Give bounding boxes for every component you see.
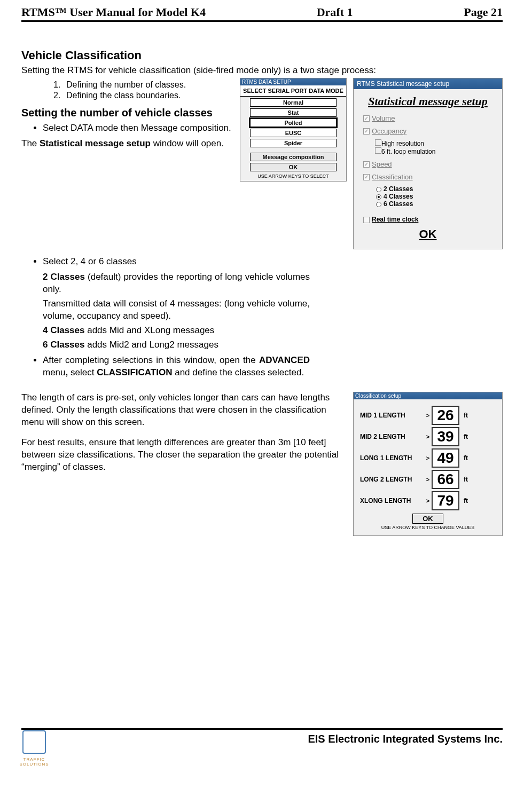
- option-stat[interactable]: Stat: [250, 108, 337, 117]
- tg: and define the classes selected.: [172, 367, 304, 377]
- dialog2-title: Statistical message setup: [363, 94, 492, 108]
- ta: After completing selections in this wind…: [43, 355, 259, 365]
- g4: >: [424, 498, 432, 504]
- tc6b: adds Mid2 and Long2 messages: [84, 340, 218, 350]
- lbl-rtc: Real time clock: [372, 216, 418, 223]
- u2: ft: [459, 454, 472, 462]
- dialog2-titlebar: RTMS Statistical message setup: [354, 78, 502, 89]
- check-rtc[interactable]: Real time clock: [363, 215, 492, 223]
- n0: MID 1 LENGTH: [360, 412, 424, 419]
- lbl-speed: Speed: [372, 160, 392, 168]
- dialog3-titlebar: Classification setup: [354, 392, 502, 399]
- dialog1-footer: USE ARROW KEYS TO SELECT: [240, 172, 346, 181]
- dialog1-header: SELECT SERIAL PORT DATA MODE: [240, 85, 346, 97]
- step-1-text: Defining the number of classes.: [66, 80, 186, 89]
- n4: XLONG LENGTH: [360, 497, 424, 504]
- button-ok-dlg1[interactable]: OK: [250, 163, 337, 171]
- step-2-text: Defining the class boundaries.: [66, 91, 181, 100]
- stat-window-sentence: The Statistical message setup window wil…: [21, 138, 233, 150]
- dialog1-titlebar: RTMS DATA SETUP: [240, 78, 346, 85]
- g0: >: [424, 412, 432, 419]
- tc4b: adds Mid and XLong messages: [84, 325, 214, 335]
- check-loop[interactable]: 6 ft. loop emulation: [375, 147, 492, 155]
- tc: menu: [43, 367, 66, 377]
- best-results-text: For best results, ensure that length dif…: [21, 437, 347, 474]
- option-normal[interactable]: Normal: [250, 98, 337, 107]
- tc6a: 6 Classes: [43, 340, 84, 350]
- row-mid2: MID 2 LENGTH > 39 ft: [360, 427, 496, 446]
- val-long2[interactable]: 66: [432, 470, 459, 489]
- bullet-select-data-mode: Select DATA mode then Message compositio…: [43, 122, 233, 135]
- row-mid1: MID 1 LENGTH > 26 ft: [360, 406, 496, 425]
- option-eusc[interactable]: EUSC: [250, 129, 337, 137]
- heading-vehicle-classification: Vehicle Classification: [21, 49, 503, 62]
- button-message-composition[interactable]: Message composition: [250, 153, 337, 161]
- n2: LONG 1 LENGTH: [360, 454, 424, 462]
- val-mid2[interactable]: 39: [432, 427, 459, 446]
- g1: >: [424, 433, 432, 440]
- lbl-2c: 2 Classes: [384, 185, 413, 193]
- option-spider[interactable]: Spider: [250, 139, 337, 147]
- val-mid1[interactable]: 26: [432, 406, 459, 425]
- radio-6classes[interactable]: 6 Classes: [376, 200, 492, 208]
- row-long2: LONG 2 LENGTH > 66 ft: [360, 470, 496, 489]
- footer-logo: TRAFFIC SOLUTIONS: [18, 730, 50, 767]
- check-volume[interactable]: ✓Volume: [363, 114, 492, 122]
- check-classification[interactable]: ✓Classification: [363, 172, 492, 181]
- check-speed[interactable]: ✓Speed: [363, 160, 492, 168]
- header-right: Page 21: [464, 5, 503, 19]
- lbl-classification: Classification: [372, 173, 413, 181]
- tf: CLASSIFICATION: [97, 367, 172, 377]
- step-2: 2.Defining the class boundaries.: [53, 91, 233, 100]
- check-occupancy[interactable]: ✓Occupancy: [363, 127, 492, 135]
- val-long1[interactable]: 49: [432, 448, 459, 468]
- u0: ft: [459, 412, 472, 419]
- twoclass-text: 2 Classes (default) provides the reporti…: [43, 271, 310, 296]
- lbl-4c: 4 Classes: [384, 193, 413, 200]
- bullet-advanced: After completing selections in this wind…: [43, 354, 310, 379]
- dialog3-footer: USE ARROW KEYS TO CHANGE VALUES: [360, 525, 496, 530]
- heading-setting-classes: Setting the number of vehicle classes: [21, 107, 233, 119]
- n1: MID 2 LENGTH: [360, 433, 424, 440]
- button-ok-dlg2[interactable]: OK: [363, 227, 492, 241]
- footer-company: EIS Electronic Integrated Systems Inc.: [21, 733, 503, 745]
- lbl-hires: High resolution: [381, 140, 424, 147]
- header-left: RTMS™ User Manual for Model K4: [21, 5, 206, 19]
- radio-2classes[interactable]: 2 Classes: [376, 185, 492, 193]
- header-mid: Draft 1: [317, 5, 353, 19]
- sixclass-text: 6 Classes adds Mid2 and Long2 messages: [43, 339, 310, 351]
- n3: LONG 2 LENGTH: [360, 476, 424, 483]
- option-polled[interactable]: Polled: [250, 119, 337, 127]
- td: ,: [66, 367, 71, 377]
- step-1: 1.Defining the number of classes.: [53, 80, 233, 90]
- intro-text: Setting the RTMS for vehicle classificat…: [21, 65, 503, 77]
- t2: Statistical message setup: [40, 138, 151, 148]
- radio-4classes[interactable]: 4 Classes: [376, 193, 492, 200]
- t1: The: [21, 138, 40, 148]
- logo-icon: [22, 730, 46, 754]
- bullet-select-classes: Select 2, 4 or 6 classes: [43, 256, 310, 268]
- tc4a: 4 Classes: [43, 325, 84, 335]
- val-xlong[interactable]: 79: [432, 491, 459, 510]
- length-preset-text: The length of cars is pre-set, only vehi…: [21, 392, 347, 429]
- u4: ft: [459, 497, 472, 504]
- u1: ft: [459, 433, 472, 440]
- check-highres[interactable]: High resolution: [375, 139, 492, 147]
- tb: ADVANCED: [259, 355, 310, 365]
- tc2a: 2 Classes: [43, 272, 85, 282]
- dialog-serial-port: RTMS DATA SETUP SELECT SERIAL PORT DATA …: [240, 78, 347, 182]
- lbl-occupancy: Occupancy: [372, 127, 406, 135]
- lbl-volume: Volume: [372, 114, 395, 122]
- g2: >: [424, 455, 432, 461]
- lbl-loop: 6 ft. loop emulation: [381, 148, 435, 155]
- lbl-6c: 6 Classes: [384, 200, 413, 208]
- transmitted-text: Transmitted data will consist of 4 messa…: [43, 298, 310, 322]
- fourclass-text: 4 Classes adds Mid and XLong messages: [43, 325, 310, 337]
- row-long1: LONG 1 LENGTH > 49 ft: [360, 448, 496, 468]
- te: select: [71, 367, 97, 377]
- logo-caption: TRAFFIC SOLUTIONS: [18, 757, 50, 767]
- button-ok-dlg3[interactable]: OK: [412, 514, 443, 524]
- dialog-stat-message-setup: RTMS Statistical message setup Statistic…: [353, 78, 503, 249]
- t3: window will open.: [151, 138, 224, 148]
- u3: ft: [459, 476, 472, 483]
